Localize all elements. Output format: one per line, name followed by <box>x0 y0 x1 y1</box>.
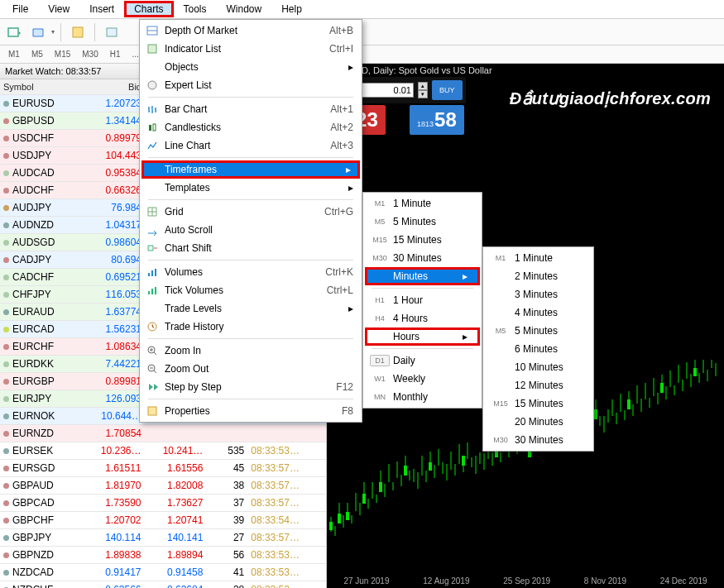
svg-rect-5 <box>346 512 349 520</box>
min-item-10-minutes[interactable]: 10 Minutes <box>485 358 592 376</box>
tf-m5[interactable]: M5 <box>26 47 48 61</box>
market-watch-row[interactable]: NZDCAD0.914170.914584108:33:53… <box>0 564 326 581</box>
menu-item-bar-chart[interactable]: Bar ChartAlt+1 <box>141 100 360 118</box>
buy-price-button[interactable]: 181358 <box>410 105 464 135</box>
menu-file[interactable]: File <box>2 1 38 17</box>
symbol-label: GBPAUD <box>12 480 54 491</box>
tf-item-1-minute[interactable]: M11 Minute <box>365 194 480 213</box>
buy-button-top[interactable]: BUY <box>432 80 463 100</box>
menu-item-depth-of-market[interactable]: Depth Of MarketAlt+B <box>141 22 360 40</box>
cs-icon <box>145 241 160 256</box>
menu-insert[interactable]: Insert <box>79 1 124 17</box>
menu-item-auto-scroll[interactable]: Auto Scroll <box>141 221 360 239</box>
menu-charts[interactable]: Charts <box>124 1 173 17</box>
market-watch-row[interactable]: NZDCHF0.635660.636043808:33:53… <box>0 581 326 588</box>
new-chart-icon[interactable] <box>3 22 25 43</box>
tf-item-weekly[interactable]: W1Weekly <box>365 370 480 388</box>
market-watch-row[interactable]: GBPAUD1.819701.820083808:33:57… <box>0 477 326 495</box>
data-window-icon[interactable] <box>101 22 122 43</box>
ask-value: 10.241… <box>145 442 207 459</box>
tf-label: 30 Minutes <box>393 252 442 264</box>
tf-item-monthly[interactable]: MNMonthly <box>365 388 480 406</box>
min-item-1-minute[interactable]: M11 Minute <box>485 249 592 267</box>
market-watch-row[interactable]: GBPNZD1.898381.898945608:33:53… <box>0 547 326 564</box>
menu-window[interactable]: Window <box>217 1 272 17</box>
min-item-30-minutes[interactable]: M3030 Minutes <box>485 431 592 449</box>
bid-value: 0.63566 <box>83 581 145 588</box>
bid-value: 10.644… <box>83 408 145 424</box>
tf-item-1-hour[interactable]: H11 Hour <box>365 291 480 309</box>
menu-item-label: Step by Step <box>165 381 222 393</box>
menu-item-grid[interactable]: GridCtrl+G <box>141 203 360 221</box>
status-dot <box>3 500 9 506</box>
status-dot <box>3 431 9 437</box>
menu-item-tick-volumes[interactable]: Tick VolumesCtrl+L <box>141 281 360 299</box>
tf-item-minutes[interactable]: Minutes▸ <box>365 267 480 285</box>
menu-item-objects[interactable]: Objects▸ <box>141 58 360 76</box>
market-watch-row[interactable]: GBPJPY140.114140.1412708:33:57… <box>0 529 326 547</box>
menu-item-step-by-step[interactable]: Step by StepF12 <box>141 378 360 396</box>
bid-value: 1.34144 <box>83 112 145 129</box>
bar-icon <box>145 102 160 117</box>
lot-down[interactable]: ▾ <box>418 90 428 98</box>
shortcut-label: Alt+3 <box>330 140 353 151</box>
time-value: 08:33:54… <box>247 512 326 528</box>
menu-item-candlesticks[interactable]: CandlesticksAlt+2 <box>141 118 360 136</box>
market-watch-row[interactable]: GBPCAD1.735901.736273708:33:57… <box>0 495 326 512</box>
svg-rect-6 <box>362 494 366 504</box>
menu-item-chart-shift[interactable]: Chart Shift <box>141 239 360 257</box>
menu-help[interactable]: Help <box>271 1 312 17</box>
tf-m30[interactable]: M30 <box>77 47 103 61</box>
min-item-20-minutes[interactable]: 20 Minutes <box>485 413 592 431</box>
min-item-2-minutes[interactable]: 2 Minutes <box>485 267 592 285</box>
status-dot <box>3 101 9 107</box>
menu-item-trade-levels[interactable]: Trade Levels▸ <box>141 299 360 318</box>
tf-item-5-minutes[interactable]: M55 Minutes <box>365 213 480 231</box>
lot-up[interactable]: ▴ <box>418 82 428 90</box>
min-item-15-minutes[interactable]: M1515 Minutes <box>485 394 592 413</box>
menu-tools[interactable]: Tools <box>174 1 217 17</box>
market-watch-row[interactable]: EURNZD1.70854 <box>0 425 326 442</box>
spread-value: 39 <box>206 512 247 528</box>
menu-item-properties[interactable]: PropertiesF8 <box>141 402 360 420</box>
tf-m1[interactable]: M1 <box>3 47 25 61</box>
tf-item-30-minutes[interactable]: M3030 Minutes <box>365 249 480 267</box>
chart-date-label: 24 Dec 2019 <box>660 576 707 586</box>
profiles-icon[interactable] <box>27 22 49 43</box>
menu-item-expert-list[interactable]: Expert List <box>141 76 360 94</box>
menu-item-indicator-list[interactable]: Indicator ListCtrl+I <box>141 40 360 58</box>
svg-rect-32 <box>148 407 156 415</box>
menu-item-label: Zoom In <box>165 345 201 356</box>
menu-item-zoom-out[interactable]: Zoom Out <box>141 360 360 378</box>
tf-item-hours[interactable]: Hours▸ <box>365 327 480 346</box>
market-watch-row[interactable]: GBPCHF1.207021.207413908:33:54… <box>0 512 326 529</box>
menu-item-zoom-in[interactable]: Zoom In <box>141 342 360 360</box>
tf-m15[interactable]: M15 <box>50 47 75 61</box>
market-watch-row[interactable]: EURSEK10.236…10.241…53508:33:53… <box>0 442 326 460</box>
bid-value: 116.053 <box>83 286 145 303</box>
menu-item-timeframes[interactable]: Timeframes▸ <box>141 160 360 179</box>
menu-view[interactable]: View <box>38 1 79 17</box>
menu-item-volumes[interactable]: VolumesCtrl+K <box>141 263 360 281</box>
menu-item-templates[interactable]: Templates▸ <box>141 179 360 197</box>
svg-rect-1 <box>73 27 83 37</box>
menu-item-trade-history[interactable]: Trade History <box>141 318 360 336</box>
tf-h1[interactable]: H1 <box>105 47 126 61</box>
spread-value: 535 <box>206 442 247 459</box>
col-bid[interactable]: Bid <box>83 79 145 94</box>
lot-input[interactable] <box>356 83 414 98</box>
min-item-5-minutes[interactable]: M55 Minutes <box>485 322 592 340</box>
menu-item-line-chart[interactable]: Line ChartAlt+3 <box>141 136 360 155</box>
min-item-3-minutes[interactable]: 3 Minutes <box>485 285 592 304</box>
min-item-4-minutes[interactable]: 4 Minutes <box>485 304 592 322</box>
market-watch-icon[interactable] <box>67 22 89 43</box>
menu-item-label: Expert List <box>165 79 212 91</box>
col-symbol[interactable]: Symbol <box>0 79 83 94</box>
min-item-6-minutes[interactable]: 6 Minutes <box>485 340 592 358</box>
shortcut-label: Ctrl+L <box>327 284 353 296</box>
market-watch-row[interactable]: EURSGD1.615111.615564508:33:57… <box>0 460 326 477</box>
tf-item-15-minutes[interactable]: M1515 Minutes <box>365 231 480 249</box>
tf-item-daily[interactable]: D1Daily <box>365 351 480 370</box>
min-item-12-minutes[interactable]: 12 Minutes <box>485 376 592 394</box>
tf-item-4-hours[interactable]: H44 Hours <box>365 309 480 327</box>
